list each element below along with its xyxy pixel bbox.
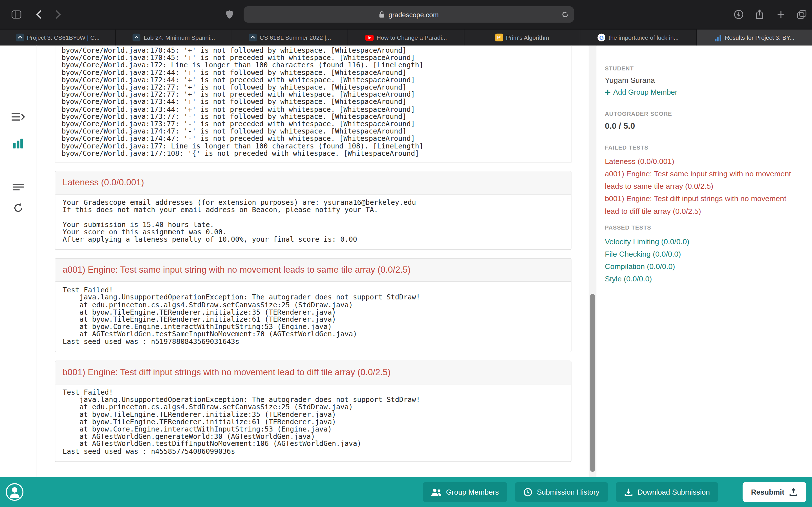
scrollbar[interactable] — [589, 46, 597, 477]
browser-toolbar: gradescope.com — [0, 0, 812, 29]
failed-tests-list: Lateness (0.0/0.001) a001) Engine: Test … — [605, 155, 801, 217]
tab-label: Lab 24: Minimum Spanni... — [144, 34, 215, 41]
bar-chart-favicon — [714, 34, 722, 41]
action-bar: Group Members Submission History Downloa… — [0, 477, 812, 507]
results-nav-button[interactable] — [0, 138, 37, 149]
tab-label: Project 3: CS61BYoW | C... — [27, 34, 100, 41]
test-card-b001: b001) Engine: Test diff input strings wi… — [55, 360, 571, 462]
group-members-button[interactable]: Group Members — [423, 482, 507, 502]
upload-icon — [789, 488, 798, 496]
plus-icon — [605, 89, 610, 95]
left-nav-rail — [0, 46, 37, 477]
passed-test-link[interactable]: Style (0.0/0.0) — [605, 273, 801, 285]
gradescope-favicon — [249, 34, 257, 41]
test-title: Lateness (0.0/0.001) — [63, 177, 144, 187]
submission-history-label: Submission History — [537, 488, 599, 496]
reload-icon[interactable] — [562, 11, 569, 18]
tab-bar: Project 3: CS61BYoW | C... Lab 24: Minim… — [0, 29, 812, 46]
resubmit-label: Resubmit — [751, 488, 784, 496]
submission-history-button[interactable]: Submission History — [515, 482, 608, 502]
results-summary-panel: STUDENT Yugam Surana Add Group Member AU… — [597, 46, 812, 477]
new-tab-icon[interactable] — [776, 10, 785, 19]
passed-tests-heading: PASSED TESTS — [605, 224, 801, 231]
tab-prims-algorithm[interactable]: P Prim's Algorithm — [464, 30, 580, 46]
student-heading: STUDENT — [605, 65, 801, 71]
code-lines-icon — [12, 183, 24, 191]
failed-tests-heading: FAILED TESTS — [605, 144, 801, 151]
account-icon — [5, 483, 24, 501]
test-header-lateness[interactable]: Lateness (0.0/0.001) — [55, 171, 571, 194]
autograder-results-main: byow/Core/World.java:170:45: '+' is not … — [37, 46, 589, 477]
test-title: b001) Engine: Test diff input strings wi… — [63, 367, 391, 377]
tab-label: the importance of luck in... — [609, 34, 679, 41]
people-icon — [431, 488, 441, 496]
back-icon[interactable] — [36, 10, 42, 19]
passed-test-link[interactable]: Velocity Limiting (0.0/0.0) — [605, 235, 801, 248]
autograder-score-heading: AUTOGRADER SCORE — [605, 111, 801, 117]
tab-overview-icon[interactable] — [797, 10, 807, 19]
privacy-shield-icon[interactable] — [225, 10, 234, 19]
tab-label: How to Change a Paradi... — [376, 34, 447, 41]
test-card-lateness: Lateness (0.0/0.001) Your Gradescope ema… — [55, 171, 571, 250]
forward-icon[interactable] — [55, 10, 61, 19]
regrade-button[interactable] — [0, 203, 37, 213]
bar-chart-icon — [13, 138, 23, 149]
menu-expand-icon — [11, 113, 25, 121]
add-group-member-label: Add Group Member — [613, 88, 677, 96]
gradescope-favicon — [133, 34, 141, 41]
tab-google-search[interactable]: G the importance of luck in... — [580, 30, 696, 46]
student-name: Yugam Surana — [605, 76, 801, 84]
tab-results-active[interactable]: Results for Project 3: BY... — [696, 30, 812, 46]
passed-test-link[interactable]: File Checking (0.0/0.0) — [605, 248, 801, 260]
refresh-icon — [13, 203, 23, 213]
test-output-b001: Test Failed! java.lang.UnsupportedOperat… — [55, 384, 571, 461]
autograder-score-value: 0.0 / 5.0 — [605, 122, 801, 131]
downloads-icon[interactable] — [733, 10, 744, 19]
resubmit-button[interactable]: Resubmit — [743, 482, 806, 502]
tab-youtube[interactable]: How to Change a Paradi... — [348, 30, 464, 46]
download-submission-button[interactable]: Download Submission — [615, 482, 718, 502]
lock-icon — [379, 11, 385, 18]
test-header-b001[interactable]: b001) Engine: Test diff input strings wi… — [55, 361, 571, 385]
browser-window: gradescope.com Project 3: CS61BYoW | C..… — [0, 0, 812, 507]
submission-code-button[interactable] — [0, 183, 37, 191]
test-header-a001[interactable]: a001) Engine: Test same input string wit… — [55, 259, 571, 282]
tab-lab24[interactable]: Lab 24: Minimum Spanni... — [116, 30, 232, 46]
youtube-favicon — [365, 34, 373, 41]
passed-test-link[interactable]: Compilation (0.0/0.0) — [605, 260, 801, 273]
clock-icon — [523, 488, 532, 496]
share-icon[interactable] — [755, 9, 764, 20]
group-members-label: Group Members — [446, 488, 499, 496]
prim-favicon: P — [495, 34, 503, 41]
scrollbar-thumb[interactable] — [590, 294, 595, 472]
google-favicon: G — [598, 34, 606, 41]
add-group-member-link[interactable]: Add Group Member — [605, 88, 801, 96]
address-bar[interactable]: gradescope.com — [244, 6, 574, 23]
test-card-a001: a001) Engine: Test same input string wit… — [55, 258, 571, 352]
address-url: gradescope.com — [389, 11, 439, 18]
tab-label: Results for Project 3: BY... — [725, 34, 795, 41]
tab-label: Prim's Algorithm — [506, 34, 549, 41]
account-button[interactable] — [5, 483, 24, 503]
failed-test-link[interactable]: a001) Engine: Test same input string wit… — [605, 168, 801, 192]
test-output-a001: Test Failed! java.lang.UnsupportedOperat… — [55, 282, 571, 351]
failed-test-link[interactable]: Lateness (0.0/0.001) — [605, 155, 801, 168]
tab-project3[interactable]: Project 3: CS61BYoW | C... — [0, 30, 116, 46]
style-check-output: byow/Core/World.java:170:45: '+' is not … — [55, 46, 571, 163]
test-output-lateness: Your Gradescope email addresses (for ext… — [55, 194, 571, 249]
download-submission-label: Download Submission — [638, 488, 710, 496]
passed-tests-list: Velocity Limiting (0.0/0.0) File Checkin… — [605, 235, 801, 285]
test-title: a001) Engine: Test same input string wit… — [63, 265, 410, 275]
sidebar-toggle-icon[interactable] — [11, 10, 21, 18]
download-icon — [624, 488, 633, 496]
tab-label: CS 61BL Summer 2022 |... — [260, 34, 331, 41]
gradescope-favicon — [16, 34, 24, 41]
failed-test-link[interactable]: b001) Engine: Test diff input strings wi… — [605, 192, 801, 217]
expand-menu-button[interactable] — [0, 113, 37, 121]
tab-cs61bl[interactable]: CS 61BL Summer 2022 |... — [232, 30, 348, 46]
